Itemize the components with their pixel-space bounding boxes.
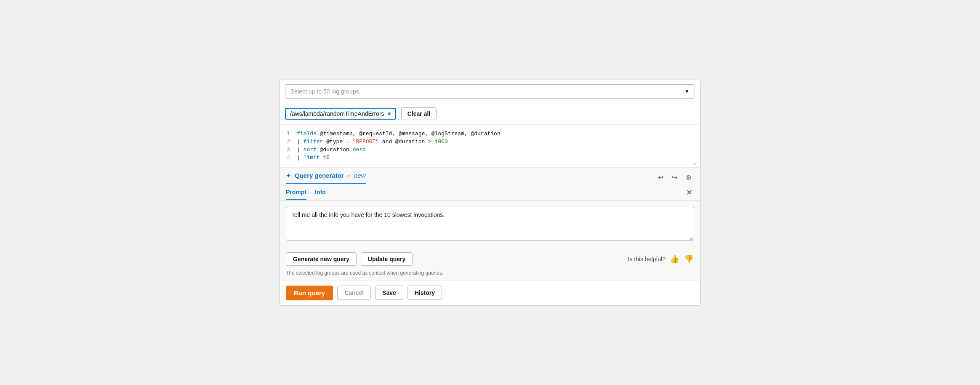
kw-fields: fields <box>297 131 320 137</box>
query-generator-header: ✦ Query generator – new ↩ ↪ ⚙ <box>280 168 700 184</box>
query-generator-tabs-left: Prompt Info <box>286 189 326 200</box>
kw-and-duration: and @duration > <box>379 139 435 145</box>
kw-desc: desc <box>353 147 366 153</box>
query-generator-title: Query generator <box>295 172 344 179</box>
remove-tag-icon[interactable]: × <box>388 110 391 117</box>
resize-handle-icon[interactable]: ⇲ <box>693 161 698 166</box>
query-generator-separator: – <box>347 172 351 179</box>
kw-pipe-4: | <box>297 155 304 161</box>
kw-fields-args: @timestamp, @requestId, @message, @logSt… <box>320 131 501 137</box>
code-content-1: fields @timestamp, @requestId, @message,… <box>297 131 501 137</box>
main-container: Select up to 50 log groups. ▼ /aws/lambd… <box>280 80 700 306</box>
kw-filter: filter <box>304 139 327 145</box>
thumbs-down-icon: 👎 <box>684 255 693 263</box>
line-number-2: 2 <box>280 139 297 145</box>
kw-report-string: "REPORT" <box>353 139 379 145</box>
kw-limit: limit <box>304 155 323 161</box>
cancel-button[interactable]: Cancel <box>337 286 371 300</box>
thumbs-down-button[interactable]: 👎 <box>683 254 694 265</box>
query-generator-title-area: ✦ Query generator – new <box>286 172 366 184</box>
log-group-tag: /aws/lambda/randomTimeAndErrors × <box>285 108 396 120</box>
query-generator-toolbar: ↩ ↪ ⚙ <box>655 172 694 183</box>
log-group-selector-row: Select up to 50 log groups. ▼ <box>280 80 700 103</box>
code-content-2: | filter @type = "REPORT" and @duration … <box>297 139 448 145</box>
undo-button[interactable]: ↩ <box>655 172 666 183</box>
code-line-3: 3 | sort @duration desc <box>280 146 700 154</box>
chevron-down-icon: ▼ <box>684 88 690 94</box>
line-number-3: 3 <box>280 147 297 153</box>
clear-all-button[interactable]: Clear all <box>401 107 437 120</box>
close-panel-button[interactable]: ✕ <box>684 188 694 201</box>
settings-button[interactable]: ⚙ <box>683 172 694 183</box>
line-number-1: 1 <box>280 131 297 137</box>
line-number-4: 4 <box>280 155 297 161</box>
tab-prompt[interactable]: Prompt <box>286 189 306 200</box>
sparkle-icon: ✦ <box>286 172 291 179</box>
redo-button[interactable]: ↪ <box>669 172 680 183</box>
query-generator-actions-left: Generate new query Update query <box>286 252 413 266</box>
query-generator-panel: ✦ Query generator – new ↩ ↪ ⚙ Prompt Inf… <box>280 167 700 280</box>
kw-1000: 1000 <box>435 139 448 145</box>
helpful-area: Is this helpful? 👍 👎 <box>628 254 695 265</box>
log-group-placeholder: Select up to 50 log groups. <box>290 88 361 95</box>
code-editor[interactable]: 1 fields @timestamp, @requestId, @messag… <box>280 125 700 167</box>
run-query-button[interactable]: Run query <box>286 286 333 300</box>
code-line-2: 2 | filter @type = "REPORT" and @duratio… <box>280 138 700 146</box>
code-line-1: 1 fields @timestamp, @requestId, @messag… <box>280 130 700 138</box>
history-button[interactable]: History <box>407 286 442 300</box>
kw-sort-field: @duration <box>320 147 353 153</box>
tag-label: /aws/lambda/randomTimeAndErrors <box>290 110 384 117</box>
kw-pipe-2: | <box>297 139 304 145</box>
bottom-bar: Run query Cancel Save History <box>280 280 700 305</box>
helpful-label: Is this helpful? <box>628 256 666 262</box>
save-button[interactable]: Save <box>375 286 403 300</box>
update-query-button[interactable]: Update query <box>361 252 413 266</box>
kw-sort: sort <box>304 147 320 153</box>
log-group-dropdown[interactable]: Select up to 50 log groups. ▼ <box>285 84 695 99</box>
context-note: The selected log groups are used as cont… <box>280 270 700 280</box>
kw-filter-type: @type = <box>326 139 352 145</box>
generate-new-query-button[interactable]: Generate new query <box>286 252 357 266</box>
query-generator-actions: Generate new query Update query Is this … <box>280 248 700 270</box>
prompt-textarea[interactable]: Tell me all the info you have for the 10… <box>286 207 694 241</box>
tab-info[interactable]: Info <box>315 189 326 200</box>
kw-pipe-3: | <box>297 147 304 153</box>
query-generator-body: Tell me all the info you have for the 10… <box>280 201 700 248</box>
query-generator-new-label: new <box>354 172 366 179</box>
kw-limit-val: 10 <box>323 155 330 161</box>
thumbs-up-icon: 👍 <box>670 255 679 263</box>
thumbs-up-button[interactable]: 👍 <box>669 254 680 265</box>
code-line-4: 4 | limit 10 <box>280 154 700 162</box>
code-content-3: | sort @duration desc <box>297 147 366 153</box>
query-generator-tabs: Prompt Info ✕ <box>280 184 700 201</box>
tag-row: /aws/lambda/randomTimeAndErrors × Clear … <box>280 103 700 125</box>
code-content-4: | limit 10 <box>297 155 330 161</box>
